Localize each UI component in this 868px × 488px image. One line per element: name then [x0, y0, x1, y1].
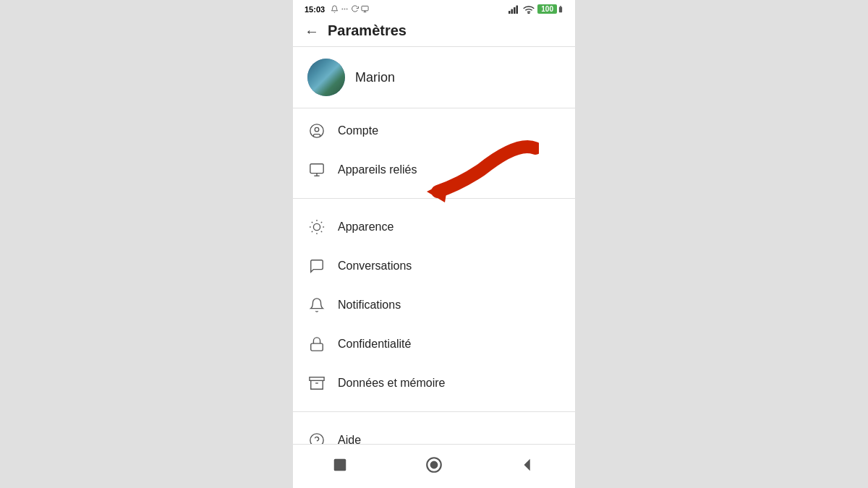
menu-label-aide: Aide: [338, 434, 561, 444]
svg-point-8: [528, 13, 529, 14]
menu-label-conversations: Conversations: [338, 260, 561, 273]
status-bar: 15:03: [293, 0, 575, 17]
menu-item-aide[interactable]: Aide: [293, 421, 575, 444]
menu-item-confidentialite[interactable]: Confidentialité: [293, 325, 575, 364]
avatar: [307, 59, 345, 96]
menu-item-notifications[interactable]: Notifications: [293, 286, 575, 325]
menu-label-notifications: Notifications: [338, 299, 561, 312]
svg-rect-25: [310, 377, 324, 381]
phone-container: 15:03: [293, 0, 575, 488]
menu-label-donnees-memoire: Données et mémoire: [338, 377, 561, 390]
page-header: ← Paramètres: [293, 17, 575, 46]
svg-point-15: [313, 223, 320, 230]
svg-rect-3: [362, 6, 368, 10]
profile-name: Marion: [355, 70, 395, 85]
nav-home-button[interactable]: [421, 452, 447, 478]
bottom-nav: [293, 444, 575, 488]
menu-item-apparence[interactable]: Apparence: [293, 207, 575, 247]
section-divider-2: [293, 198, 575, 199]
time-display: 15:03: [305, 5, 325, 14]
nav-back-button[interactable]: [515, 452, 541, 478]
menu-item-conversations[interactable]: Conversations: [293, 247, 575, 286]
svg-line-19: [321, 231, 322, 232]
prefs-section: Apparence Conversations Notifications Co…: [293, 205, 575, 406]
back-button[interactable]: ←: [305, 24, 319, 38]
svg-point-1: [346, 9, 347, 9]
bell-icon: [307, 296, 326, 314]
lock-icon: [307, 335, 326, 354]
svg-rect-24: [311, 343, 323, 351]
message-circle-icon: [307, 257, 326, 275]
svg-rect-30: [334, 459, 346, 471]
status-left: 15:03: [305, 5, 369, 14]
status-notification-icons: [331, 5, 369, 13]
help-section: Aide Invitez vos amis Faire un don à Sig…: [293, 418, 575, 444]
user-circle-icon: [307, 121, 326, 140]
svg-point-32: [431, 462, 438, 468]
battery-display: 100: [537, 4, 557, 14]
sun-icon: [307, 218, 326, 236]
menu-item-donnees-memoire[interactable]: Données et mémoire: [293, 364, 575, 403]
archive-icon: [307, 374, 326, 393]
svg-rect-12: [310, 164, 323, 174]
svg-line-18: [312, 222, 312, 223]
svg-line-22: [312, 231, 312, 232]
account-section: Compte Appareils reliés: [293, 108, 575, 192]
menu-label-apparence: Apparence: [338, 221, 561, 234]
svg-rect-5: [511, 9, 514, 14]
svg-rect-6: [514, 7, 516, 14]
svg-point-2: [342, 9, 343, 9]
nav-square-button[interactable]: [327, 452, 353, 478]
svg-rect-7: [516, 5, 519, 14]
svg-point-27: [310, 434, 323, 444]
page-title: Paramètres: [328, 22, 407, 39]
svg-point-10: [310, 124, 323, 137]
menu-item-compte[interactable]: Compte: [293, 111, 575, 150]
monitor-icon: [307, 160, 326, 179]
menu-label-compte: Compte: [338, 124, 561, 137]
menu-label-appareils-relies: Appareils reliés: [338, 163, 561, 176]
status-right: 100: [509, 4, 563, 14]
svg-line-23: [321, 222, 322, 223]
svg-point-11: [315, 127, 319, 132]
menu-item-appareils-relies[interactable]: Appareils reliés: [293, 150, 575, 189]
avatar-image: [307, 59, 345, 96]
svg-marker-33: [524, 459, 530, 471]
settings-content: Marion Compte Appareils reliés: [293, 47, 575, 444]
profile-item[interactable]: Marion: [293, 47, 575, 108]
menu-label-confidentialite: Confidentialité: [338, 338, 561, 351]
section-divider-3: [293, 411, 575, 412]
help-circle-icon: [307, 431, 326, 444]
svg-point-0: [344, 9, 345, 9]
svg-rect-4: [509, 11, 511, 14]
